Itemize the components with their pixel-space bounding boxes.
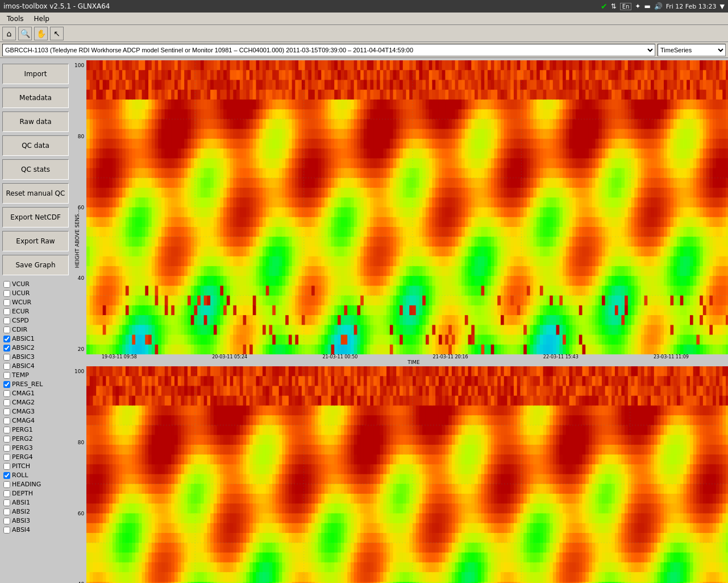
checkbox-item-cmag4: CMAG4	[2, 416, 69, 425]
checkbox-item-absic3: ABSIC3	[2, 353, 69, 361]
checkbox-item-temp: TEMP	[2, 371, 69, 379]
chart1-xticks: 19-03-11 09:5820-03-11 05:2421-03-11 00:…	[73, 354, 726, 359]
checkbox-cdir[interactable]	[3, 326, 10, 333]
checkbox-absic4[interactable]	[3, 363, 10, 370]
checkbox-label-absi4: ABSI4	[12, 526, 30, 534]
check-icon: ✔	[601, 2, 608, 11]
checkbox-label-ucur: UCUR	[12, 290, 30, 297]
checkbox-label-perg2: PERG2	[12, 435, 33, 443]
xtick: 22-03-11 15:43	[543, 354, 579, 359]
checkbox-absic2[interactable]	[3, 345, 10, 352]
checkbox-vcur[interactable]	[3, 281, 10, 288]
checkbox-perg2[interactable]	[3, 436, 10, 443]
checkbox-label-perg3: PERG3	[12, 444, 33, 452]
checkbox-item-absi1: ABSI1	[2, 498, 69, 507]
checkbox-temp[interactable]	[3, 372, 10, 379]
checkbox-item-absic4: ABSIC4	[2, 362, 69, 370]
checkbox-cspd[interactable]	[3, 317, 10, 324]
checkbox-item-absic2: ABSIC2	[2, 344, 69, 352]
export-netcdf-button[interactable]: Export NetCDF	[2, 207, 69, 228]
checkbox-label-absic4: ABSIC4	[12, 362, 35, 370]
variable-list: VCURUCURWCURECURCSPDCDIRABSIC1ABSIC2ABSI…	[2, 278, 69, 534]
checkbox-item-heading: HEADING	[2, 480, 69, 489]
checkbox-absic3[interactable]	[3, 354, 10, 361]
checkbox-label-absi2: ABSI2	[12, 508, 30, 515]
checkbox-cmag2[interactable]	[3, 399, 10, 406]
checkbox-pres_rel[interactable]	[3, 381, 10, 388]
ytick: 60	[74, 511, 84, 516]
dataset-select[interactable]: GBRCCH-1103 (Teledyne RDI Workhorse ADCP…	[2, 44, 655, 56]
checkbox-item-absi4: ABSI4	[2, 526, 69, 534]
checkbox-ecur[interactable]	[3, 308, 10, 315]
checkbox-label-perg1: PERG1	[12, 426, 33, 433]
chart1-inner: HEIGHT ABOVE SENS.... 10080604020 200150…	[73, 60, 726, 354]
checkbox-item-cspd: CSPD	[2, 316, 69, 325]
main-area: Import Metadata Raw data QC data QC stat…	[0, 58, 728, 583]
checkbox-heading[interactable]	[3, 481, 10, 488]
pan-button[interactable]: ✋	[34, 27, 48, 40]
checkbox-absi1[interactable]	[3, 499, 10, 506]
datasetbar: GBRCCH-1103 (Teledyne RDI Workhorse ADCP…	[0, 42, 728, 58]
reset-manual-qc-button[interactable]: Reset manual QC	[2, 183, 69, 204]
checkbox-label-ecur: ECUR	[12, 308, 29, 315]
home-button[interactable]: ⌂	[2, 27, 16, 40]
raw-data-button[interactable]: Raw data	[2, 111, 69, 132]
cursor-button[interactable]: ↖	[50, 27, 64, 40]
ytick: 20	[74, 346, 84, 352]
checkbox-label-wcur: WCUR	[12, 299, 31, 306]
checkbox-ucur[interactable]	[3, 290, 10, 297]
save-graph-button[interactable]: Save Graph	[2, 255, 69, 275]
checkbox-absi3[interactable]	[3, 518, 10, 524]
system-menu-icon[interactable]: ▼	[720, 3, 725, 10]
volume-icon: 🔊	[654, 2, 663, 10]
ytick: 80	[74, 440, 84, 445]
checkbox-perg1[interactable]	[3, 427, 10, 433]
checkbox-item-wcur: WCUR	[2, 298, 69, 307]
checkbox-depth[interactable]	[3, 490, 10, 497]
checkbox-item-cmag3: CMAG3	[2, 407, 69, 416]
xtick: 21-03-11 00:50	[322, 354, 357, 359]
checkbox-label-cmag2: CMAG2	[12, 399, 35, 406]
qc-stats-button[interactable]: QC stats	[2, 159, 69, 180]
checkbox-item-cmag2: CMAG2	[2, 398, 69, 407]
chart2-canvas	[86, 366, 728, 583]
checkbox-item-roll: ROLL	[2, 471, 69, 479]
checkbox-item-absi3: ABSI3	[2, 516, 69, 525]
checkbox-pitch[interactable]	[3, 463, 10, 470]
menu-tools[interactable]: Tools	[2, 14, 28, 24]
checkbox-wcur[interactable]	[3, 299, 10, 306]
checkbox-item-ucur: UCUR	[2, 289, 69, 297]
chart2-yaxis: 10080604020	[73, 366, 86, 583]
checkbox-cmag3[interactable]	[3, 408, 10, 415]
bluetooth-icon: ✦	[635, 2, 640, 10]
titlebar-right: ✔ ⇅ En ✦ ▬ 🔊 Fri 12 Feb 13:23 ▼	[601, 2, 725, 11]
metadata-button[interactable]: Metadata	[2, 88, 69, 108]
checkbox-roll[interactable]	[3, 472, 10, 479]
titlebar-left: imos-toolbox v2.5.1 - GLNXA64	[3, 2, 110, 10]
content-area: HEIGHT ABOVE SENS.... 10080604020 200150…	[71, 58, 728, 583]
qc-data-button[interactable]: QC data	[2, 135, 69, 156]
checkbox-item-absic1: ABSIC1	[2, 334, 69, 343]
checkbox-absic1[interactable]	[3, 336, 10, 342]
checkbox-absi4[interactable]	[3, 527, 10, 534]
checkbox-cmag4[interactable]	[3, 417, 10, 424]
checkbox-perg4[interactable]	[3, 454, 10, 461]
titlebar: imos-toolbox v2.5.1 - GLNXA64 ✔ ⇅ En ✦ ▬…	[0, 0, 728, 13]
network-icon: ⇅	[611, 2, 617, 10]
zoom-in-button[interactable]: 🔍	[18, 27, 32, 40]
chart2-yticks: 10080604020	[73, 366, 85, 583]
checkbox-perg3[interactable]	[3, 445, 10, 452]
checkbox-label-cmag3: CMAG3	[12, 408, 35, 415]
timeseries-select[interactable]: TimeSeries	[658, 44, 726, 56]
import-button[interactable]: Import	[2, 64, 69, 84]
chart1-xlabel: TIME	[73, 359, 726, 365]
checkbox-label-heading: HEADING	[12, 481, 41, 488]
export-raw-button[interactable]: Export Raw	[2, 231, 69, 251]
checkbox-cmag1[interactable]	[3, 390, 10, 397]
ytick: 100	[74, 63, 84, 68]
checkbox-item-perg4: PERG4	[2, 453, 69, 461]
checkbox-absi2[interactable]	[3, 508, 10, 515]
menu-help[interactable]: Help	[30, 14, 54, 24]
checkbox-label-pitch: PITCH	[12, 462, 30, 470]
chart2-inner: 10080604020 ABSIC2 (count) 20015010050	[73, 366, 726, 583]
